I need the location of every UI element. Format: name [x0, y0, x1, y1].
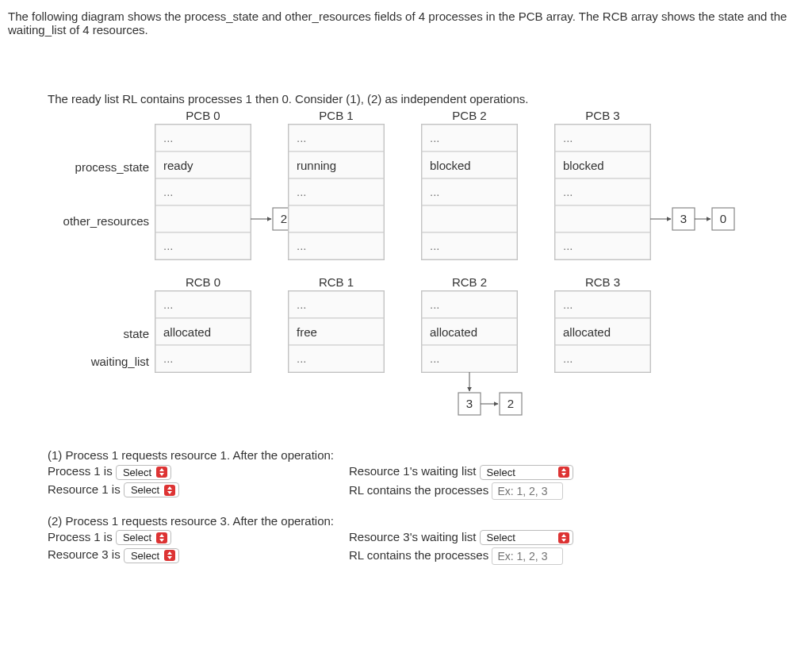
q1-r2: RL contains the processes [349, 483, 488, 497]
pcb3-link-0: 3 [680, 212, 687, 225]
pcb2-header: PCB 2 [452, 110, 486, 122]
rcb0-header: RCB 0 [186, 275, 220, 289]
svg-text:...: ... [163, 351, 174, 365]
pcb3-link-1: 0 [720, 212, 726, 225]
q2-l2: Resource 3 is [48, 547, 121, 561]
rowlabel-waiting-list: waiting_list [90, 355, 150, 368]
rcb0-state: allocated [163, 325, 211, 339]
rcb-1: ... free ... [289, 291, 384, 372]
svg-text:...: ... [563, 298, 573, 311]
rcb2-wait-0: 3 [466, 397, 473, 410]
svg-text:...: ... [163, 185, 174, 198]
pcb0-state: ready [163, 159, 193, 172]
pcb3-header: PCB 3 [585, 110, 619, 122]
svg-text:...: ... [563, 239, 573, 252]
svg-rect-24 [422, 205, 517, 232]
svg-text:...: ... [297, 185, 307, 198]
rcb3-header: RCB 3 [585, 275, 620, 289]
stepper-icon [558, 532, 569, 543]
svg-text:...: ... [430, 239, 440, 252]
svg-rect-33 [555, 205, 650, 232]
svg-text:...: ... [297, 351, 307, 365]
rcb-0: ... allocated ... [155, 291, 251, 372]
pcb1-state: running [297, 159, 336, 172]
rcb1-header: RCB 1 [319, 275, 354, 289]
q2-rl-input[interactable] [492, 547, 563, 565]
svg-rect-15 [289, 205, 384, 232]
pcb-2: ... blocked ... ... [422, 125, 517, 259]
svg-rect-4 [155, 205, 251, 232]
pcb3-state: blocked [563, 159, 604, 172]
rcb3-state: allocated [563, 325, 611, 339]
q1-heading: (1) Process 1 requests resource 1. After… [48, 448, 804, 462]
svg-text:...: ... [430, 298, 440, 311]
q1-resource-select[interactable]: Select [124, 482, 179, 497]
svg-text:...: ... [563, 351, 573, 365]
svg-text:...: ... [297, 131, 307, 144]
svg-text:...: ... [163, 239, 174, 252]
pcb-0: ... ready ... ... [155, 125, 251, 259]
q2-resource-select[interactable]: Select [124, 548, 179, 563]
rcb-2: ... allocated ... [422, 291, 517, 372]
intro-text: The following diagram shows the process_… [8, 10, 804, 36]
q2-l1: Process 1 is [48, 530, 113, 543]
svg-text:...: ... [430, 351, 440, 365]
pcb2-state: blocked [430, 159, 471, 172]
svg-text:...: ... [563, 185, 573, 198]
pcb0-link-0: 2 [281, 212, 287, 225]
svg-text:...: ... [430, 185, 440, 198]
stepper-icon [164, 485, 175, 496]
rcb-3: ... allocated ... [555, 291, 650, 372]
q1-rl-input[interactable] [492, 482, 563, 500]
rcb2-header: RCB 2 [452, 275, 487, 289]
stepper-icon [156, 532, 167, 543]
rowlabel-process-state: process_state [75, 160, 149, 174]
diagram: PCB 0 PCB 1 PCB 2 PCB 3 process_state ot… [8, 110, 801, 444]
stepper-icon [156, 467, 167, 478]
svg-text:...: ... [163, 131, 174, 144]
rcb2-wait-1: 2 [508, 397, 514, 410]
svg-text:...: ... [430, 131, 440, 144]
q2-process-select[interactable]: Select [116, 530, 171, 545]
q1-r1: Resource 1's waiting list [349, 464, 476, 478]
stepper-icon [164, 550, 175, 561]
q2-waitlist-select[interactable]: Select [480, 530, 573, 545]
q2-r1: Resource 3's waiting list [349, 530, 476, 543]
rcb2-state: allocated [430, 325, 477, 339]
pcb1-header: PCB 1 [319, 110, 353, 122]
q1-l1: Process 1 is [48, 464, 113, 478]
q1-l2: Resource 1 is [48, 482, 121, 496]
rowlabel-other-resources: other_resources [63, 214, 149, 228]
svg-text:...: ... [297, 298, 307, 311]
question-2: (2) Process 1 requests resource 3. After… [48, 514, 804, 566]
stepper-icon [558, 467, 569, 478]
subintro-text: The ready list RL contains processes 1 t… [48, 92, 804, 106]
pcb0-header: PCB 0 [186, 110, 220, 122]
rcb1-state: free [297, 325, 317, 339]
rowlabel-state: state [123, 327, 149, 340]
q1-waitlist-select[interactable]: Select [480, 465, 573, 480]
q2-heading: (2) Process 1 requests resource 3. After… [48, 514, 804, 528]
svg-text:...: ... [163, 298, 174, 311]
pcb-1: ... running ... ... [289, 125, 384, 259]
svg-text:...: ... [297, 239, 307, 252]
question-1: (1) Process 1 requests resource 1. After… [48, 448, 804, 500]
q1-process-select[interactable]: Select [116, 465, 171, 480]
svg-text:...: ... [563, 131, 573, 144]
pcb-3: ... blocked ... ... [555, 125, 650, 259]
q2-r2: RL contains the processes [349, 548, 488, 562]
